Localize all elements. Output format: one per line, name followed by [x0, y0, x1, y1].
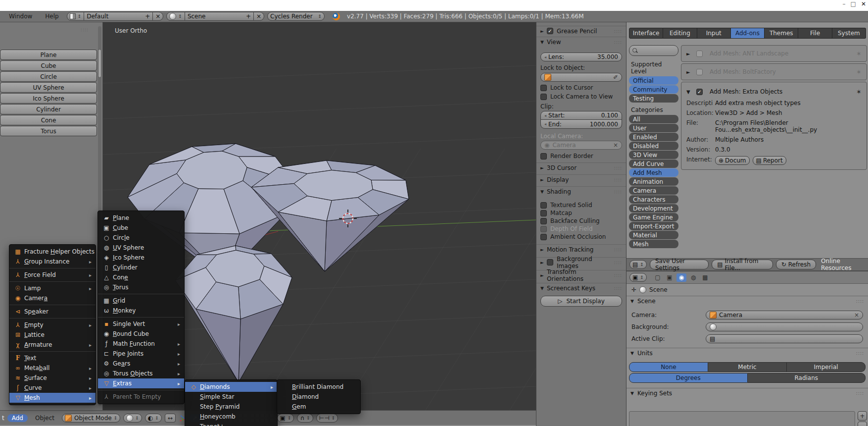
level-official[interactable]: Official [629, 76, 678, 85]
menu-window[interactable]: Window [4, 13, 37, 20]
category-camera[interactable]: Camera [629, 186, 678, 195]
panel-header-3d-cursor[interactable]: ►3D Cursor:::: [536, 162, 626, 172]
world-tab-icon[interactable]: ◍ [688, 273, 698, 282]
collapse-arrow-icon[interactable]: ▼ [686, 89, 696, 95]
panel-drag-dots[interactable]: :::: [81, 27, 89, 32]
menu-item-torus[interactable]: ◎Torus [98, 282, 184, 292]
checkbox-backface-culling[interactable]: ✓ [540, 218, 547, 224]
menu-item-honeycomb[interactable]: Honeycomb [185, 412, 277, 422]
add-cube-button[interactable]: Cube [0, 60, 97, 71]
category-all[interactable]: All [629, 115, 678, 123]
menu-item-speaker[interactable]: ⊲Speaker [9, 307, 96, 317]
menu-help[interactable]: Help [40, 13, 63, 20]
pin-icon[interactable]: ✛ [631, 286, 636, 293]
menu-item-grid[interactable]: ▦Grid [98, 296, 184, 306]
slider-lens-[interactable]: ◂Lens:35.000 [540, 53, 622, 61]
panel-header-transform-orientations[interactable]: ►Transform Orientations:::: [536, 270, 626, 280]
active-clip-field[interactable]: ▤ [706, 334, 863, 343]
menu-item-gears[interactable]: ⚙Gears▸ [98, 359, 184, 369]
menu-item-ico-sphere[interactable]: ◈Ico Sphere [98, 253, 184, 263]
menu-item-diamond[interactable]: Diamond [277, 392, 360, 402]
close-button[interactable]: ✕ [861, 0, 866, 7]
lock-to-object-field[interactable]: ✐ [540, 73, 622, 82]
panel-toggle-icon[interactable]: ▼ [540, 40, 547, 45]
addon-enable-checkbox[interactable]: ✓ [696, 89, 703, 95]
panel-drag-dots[interactable]: :::: [614, 247, 622, 252]
eyedropper-icon[interactable]: ✐ [613, 74, 618, 81]
menu-item-extras[interactable]: ▽Extras▸ [98, 378, 184, 388]
add-ico-sphere-button[interactable]: Ico Sphere [0, 93, 97, 104]
panel-toggle-icon[interactable]: ► [540, 260, 547, 265]
unit-metric[interactable]: Metric [708, 362, 787, 372]
checkbox-ambient-occlusion[interactable]: ✓ [540, 234, 547, 240]
texture-tab-icon[interactable]: ▩ [700, 273, 710, 282]
panel-checkbox[interactable]: ✓ [547, 28, 553, 34]
category-material[interactable]: Material [629, 231, 678, 239]
menu-item-cone[interactable]: △Cone [98, 272, 184, 282]
menu-item-circle[interactable]: ○Circle [98, 233, 184, 243]
tab-file[interactable]: File [798, 28, 832, 39]
menu-item-round-cube[interactable]: ◉Round Cube [98, 329, 184, 339]
menu-item-teapot[interactable]: Teapot+ [185, 422, 277, 426]
panel-header-background-images[interactable]: ►✓Background Images:::: [536, 257, 626, 267]
addon-enable-checkbox[interactable] [696, 69, 703, 75]
menu-item-curve[interactable]: ʃCurve▸ [9, 383, 96, 393]
menu-item-camera[interactable]: ◉Camera [9, 293, 96, 303]
category-disabled[interactable]: Disabled [629, 142, 678, 150]
category-import-export[interactable]: Import-Export [629, 222, 678, 230]
layout-delete-button[interactable]: × [152, 12, 163, 21]
checkbox-render-border[interactable]: ✓ [540, 153, 547, 160]
level-testing[interactable]: Testing [629, 94, 678, 103]
add-uv-sphere-button[interactable]: UV Sphere [0, 82, 97, 93]
scrollbar-thumb[interactable] [98, 49, 101, 78]
remove-keying-set-button[interactable]: − [858, 422, 867, 426]
editor-type-selector[interactable]: ▤↕ [629, 260, 647, 269]
menu-item-armature[interactable]: χArmature▸ [9, 340, 96, 350]
menu-item-diamonds[interactable]: ◇Diamonds▸ [185, 382, 277, 392]
layout-add-button[interactable]: + [143, 12, 152, 21]
add-cylinder-button[interactable]: Cylinder [0, 104, 97, 114]
background-set-field[interactable] [706, 322, 863, 331]
category-add-mesh[interactable]: Add Mesh [629, 168, 678, 177]
slider-end-[interactable]: ◂End:1000.000 [540, 120, 622, 129]
maximize-button[interactable]: □ [851, 0, 856, 7]
manipulate-centers-button[interactable]: ↔ [165, 414, 176, 423]
menu-item-step-pyramid[interactable]: Step Pyramid [185, 402, 277, 412]
panel-header-motion-tracking[interactable]: ►Motion Tracking:::: [536, 244, 626, 254]
refresh-button[interactable]: ↻Refresh [776, 260, 816, 269]
panel-drag-dots[interactable]: :::: [614, 165, 622, 170]
slider-start-[interactable]: ◂Start:0.100 [540, 111, 622, 120]
rotation-radians[interactable]: Radians [748, 373, 866, 383]
tab-system[interactable]: System [832, 28, 866, 39]
scene-name-field[interactable]: Scene [185, 12, 243, 21]
add-cone-button[interactable]: Cone [0, 115, 97, 125]
panel-checkbox[interactable]: ✓ [547, 259, 553, 266]
panel-header-shading[interactable]: ▼Shading:::: [536, 186, 626, 196]
minimize-button[interactable]: – [843, 0, 846, 7]
expand-arrow-icon[interactable]: ► [686, 69, 696, 75]
level-community[interactable]: Community [629, 85, 678, 94]
addon-header[interactable]: ▼✓Add Mesh: Extra Objects✶ [681, 82, 867, 98]
panel-header-display[interactable]: ►Display:::: [536, 174, 626, 184]
mode-dropdown[interactable]: Object Mode↕ [62, 414, 120, 423]
save-user-settings-button[interactable]: Save User Settings [650, 260, 709, 269]
menu-item-force-field[interactable]: ⅄Force Field▸ [9, 270, 96, 280]
start-display-button[interactable]: ▷Start Display [540, 296, 622, 307]
decrement-arrow-icon[interactable]: ◂ [544, 55, 546, 59]
panel-drag-dots[interactable]: :::: [614, 260, 622, 265]
viewport-shading-dropdown[interactable]: ↕ [123, 414, 142, 423]
category-3d-view[interactable]: 3D View [629, 151, 678, 159]
panel-drag-dots[interactable]: :::: [614, 177, 622, 182]
panel-toggle-icon[interactable]: ▼ [540, 189, 547, 194]
checkbox-lock-camera-to-view[interactable]: ✓ [540, 94, 547, 100]
category-characters[interactable]: Characters [629, 195, 678, 204]
expand-arrow-icon[interactable]: ► [686, 51, 696, 56]
menu-item-cylinder[interactable]: ▯Cylinder [98, 263, 184, 272]
panel-toggle-icon[interactable]: ► [540, 273, 547, 278]
scene-add-button[interactable]: + [243, 12, 253, 21]
menu-item-cube[interactable]: ▣Cube [98, 223, 184, 233]
menu-item-lattice[interactable]: ⊞Lattice [9, 330, 96, 340]
snap-dropdown[interactable]: ∩↕ [297, 414, 313, 423]
category-add-curve[interactable]: Add Curve [629, 160, 678, 168]
addon-header[interactable]: ►Add Mesh: ANT Landscape✶ [681, 46, 867, 61]
